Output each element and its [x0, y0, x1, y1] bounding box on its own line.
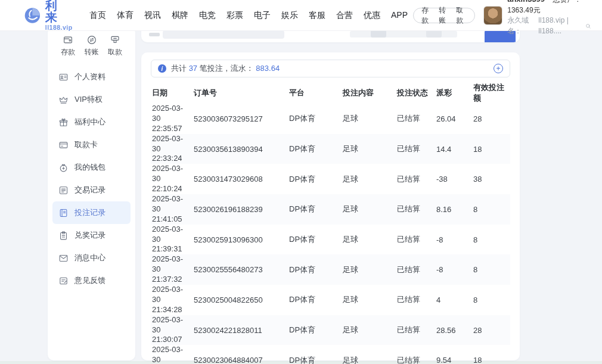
expand-icon[interactable]: + — [494, 64, 503, 73]
nav-item-customer-service[interactable]: 客服 — [303, 10, 331, 21]
sidebar-item-transactions[interactable]: 交易记录 — [52, 179, 131, 201]
brand-logo[interactable]: 利 来 ll188.vip — [24, 0, 76, 31]
withdraw-link[interactable]: 取款 — [456, 5, 467, 26]
gift-icon — [58, 117, 69, 127]
nav-item-chess[interactable]: 棋牌 — [166, 10, 194, 21]
deposit-link[interactable]: 存款 — [421, 5, 432, 26]
user-avatar[interactable] — [483, 6, 502, 25]
bet-content: 足球 — [342, 194, 396, 225]
payout: 4 — [435, 285, 472, 315]
sidebar-item-withdraw-card[interactable]: 取款卡 — [52, 133, 131, 156]
sidebar-item-label: 交易记录 — [75, 185, 105, 195]
nav-item-entertainment[interactable]: 娱乐 — [276, 10, 303, 21]
bet-status: 已结算 — [396, 254, 435, 285]
bet-status: 已结算 — [396, 164, 435, 194]
domain-value: ll188.vip | ll188.... — [538, 15, 584, 36]
sidebar-item-label: VIP特权 — [75, 94, 103, 105]
valid-bet-amount: 8 — [472, 194, 510, 225]
platform: DP体育 — [288, 134, 342, 164]
sidebar-item-label: 投注记录 — [75, 207, 105, 218]
order-number: 5230023064884007 — [193, 345, 288, 364]
sidebar-item-feedback[interactable]: 意见反馈 — [52, 269, 131, 292]
valid-bet-amount: 28 — [472, 315, 510, 346]
col-status: 投注状态 — [396, 82, 435, 104]
quick-transfer-label: 转账 — [80, 47, 103, 57]
valid-bet-amount: 8 — [472, 254, 510, 285]
quick-deposit-button[interactable]: 存款 — [57, 35, 79, 57]
nav-item-partnership[interactable]: 合营 — [331, 10, 358, 21]
col-payout: 派彩 — [435, 82, 472, 104]
sidebar-item-redeem-records[interactable]: 兑奖记录 — [52, 224, 131, 247]
bet-status: 已结算 — [396, 315, 435, 346]
crown-icon — [58, 95, 69, 105]
filter-label — [149, 33, 160, 36]
bet-date: 2025-03-3021:37:32 — [151, 254, 193, 285]
feedback-icon — [58, 276, 69, 286]
bet-date: 2025-03-3022:35:57 — [151, 104, 193, 134]
bet-status: 已结算 — [396, 134, 435, 164]
table-row: 2025-03-3021:37:325230025556480273DP体育足球… — [151, 254, 510, 285]
quick-withdraw-button[interactable]: 取款 — [104, 35, 126, 57]
table-row: 2025-03-3021:39:315230025913096300DP体育足球… — [151, 225, 510, 255]
sidebar-item-welfare[interactable]: 福利中心 — [52, 111, 131, 133]
order-number: 5230025913096300 — [193, 225, 288, 255]
sidebar-quick-actions: 存款 转账 取款 — [48, 35, 135, 57]
bet-content: 足球 — [342, 164, 396, 194]
platform: DP体育 — [288, 285, 342, 315]
summary-prefix: 共计 — [171, 64, 187, 73]
bet-date: 2025-03-3021:39:31 — [151, 225, 193, 255]
sidebar-item-message-center[interactable]: 消息中心 — [52, 247, 131, 269]
col-content: 投注内容 — [342, 82, 396, 104]
sidebar-item-label: 取款卡 — [75, 139, 98, 150]
bet-content: 足球 — [342, 345, 396, 364]
bet-status: 已结算 — [396, 345, 435, 364]
col-order: 订单号 — [193, 82, 288, 104]
assets-label: 总资产： — [553, 0, 581, 4]
nav-item-promotions[interactable]: 优惠 — [358, 10, 386, 21]
nav-item-sports[interactable]: 体育 — [111, 10, 139, 21]
nav-item-app[interactable]: APP — [386, 10, 413, 21]
valid-bet-amount: 38 — [472, 164, 510, 194]
sidebar-item-label: 福利中心 — [75, 117, 105, 127]
table-body: 2025-03-3022:35:575230036073295127DP体育足球… — [151, 104, 510, 364]
table-header-row: 日期 订单号 平台 投注内容 投注状态 派彩 有效投注额 — [151, 82, 510, 104]
quick-transfer-button[interactable]: 转账 — [80, 35, 103, 57]
nav-item-slots[interactable]: 电子 — [249, 10, 276, 21]
bet-content: 足球 — [342, 285, 396, 315]
platform: DP体育 — [288, 104, 342, 134]
col-date: 日期 — [151, 82, 193, 104]
sidebar-item-bet-records[interactable]: 投注记录 — [52, 201, 131, 224]
sidebar-item-vip[interactable]: VIP特权 — [52, 88, 131, 111]
table-row: 2025-03-3021:23:415230023064884007DP体育足球… — [151, 345, 510, 364]
quick-deposit-label: 存款 — [57, 47, 79, 57]
payout: -8 — [435, 254, 472, 285]
wallet-icon — [58, 163, 69, 173]
sidebar-item-label: 个人资料 — [75, 71, 105, 82]
logo-icon — [24, 5, 41, 26]
date-range-input[interactable] — [163, 30, 284, 39]
bet-date: 2025-03-3021:30:07 — [151, 315, 193, 346]
bet-status: 已结算 — [396, 194, 435, 225]
transfer-link[interactable]: 转账 — [439, 5, 449, 26]
bet-date: 2025-03-3022:10:24 — [151, 164, 193, 194]
search-icon[interactable] — [585, 23, 591, 30]
page-content: 存款 转账 取款 个人资料 VIP特权 福利中心 — [0, 27, 602, 360]
valid-bet-amount: 18 — [472, 345, 510, 364]
domain-label: 永久域名： — [507, 15, 536, 36]
nav-item-lottery[interactable]: 彩票 — [221, 10, 249, 21]
payout: 9.54 — [435, 345, 472, 364]
sidebar-item-profile[interactable]: 个人资料 — [52, 66, 131, 88]
nav-item-live-video[interactable]: 视讯 — [139, 10, 166, 21]
platform: DP体育 — [288, 194, 342, 225]
user-info[interactable]: anxin3399 总资产： 1363.49元 永久域名： ll188.vip … — [483, 0, 591, 36]
sidebar-item-wallet[interactable]: 我的钱包 — [52, 156, 131, 179]
order-number: 5230026196188239 — [193, 194, 288, 225]
bet-status: 已结算 — [396, 104, 435, 134]
platform: DP体育 — [288, 315, 342, 346]
order-number: 5230024221828011 — [193, 315, 288, 346]
valid-bet-amount: 8 — [472, 285, 510, 315]
nav-item-home[interactable]: 首页 — [84, 10, 111, 21]
payout: 28.56 — [435, 315, 472, 346]
table-row: 2025-03-3021:30:075230024221828011DP体育足球… — [151, 315, 510, 346]
nav-item-esports[interactable]: 电竞 — [194, 10, 221, 21]
